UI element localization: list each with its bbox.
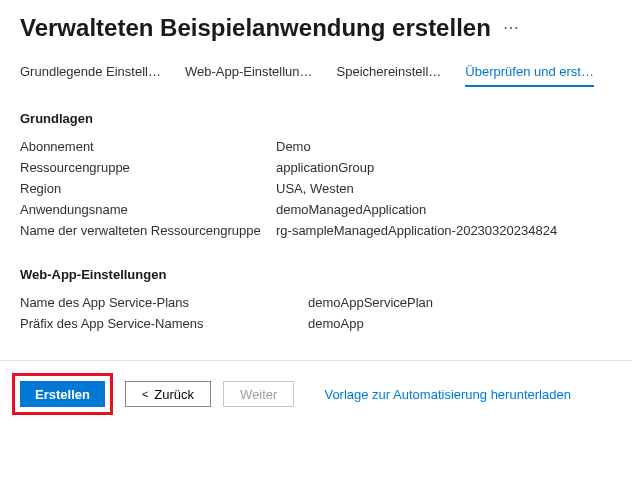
table-row: Präfix des App Service-Namens demoApp <box>20 313 612 334</box>
table-row: Ressourcengruppe applicationGroup <box>20 157 612 178</box>
section-title-webapp: Web-App-Einstellungen <box>20 267 612 282</box>
label-prefix: Präfix des App Service-Namens <box>20 316 308 331</box>
table-row: Name des App Service-Plans demoAppServic… <box>20 292 612 313</box>
create-button[interactable]: Erstellen <box>20 381 105 407</box>
tab-review[interactable]: Überprüfen und erst… <box>465 60 594 87</box>
label-plan: Name des App Service-Plans <box>20 295 308 310</box>
label-managed-rg: Name der verwalteten Ressourcengruppe <box>20 223 276 238</box>
value-resourcegroup: applicationGroup <box>276 160 374 175</box>
label-appname: Anwendungsname <box>20 202 276 217</box>
value-prefix: demoApp <box>308 316 364 331</box>
highlight-box: Erstellen <box>12 373 113 415</box>
chevron-left-icon: < <box>142 388 148 400</box>
label-resourcegroup: Ressourcengruppe <box>20 160 276 175</box>
footer: Erstellen < Zurück Weiter Vorlage zur Au… <box>0 360 632 427</box>
back-button-label: Zurück <box>154 387 194 402</box>
more-icon[interactable]: ⋯ <box>503 20 520 36</box>
template-download-link[interactable]: Vorlage zur Automatisierung herunterlade… <box>324 387 570 402</box>
next-button: Weiter <box>223 381 294 407</box>
value-subscription: Demo <box>276 139 311 154</box>
tab-webapp[interactable]: Web-App-Einstellun… <box>185 60 313 87</box>
table-row: Name der verwalteten Ressourcengruppe rg… <box>20 220 612 241</box>
section-webapp: Web-App-Einstellungen Name des App Servi… <box>20 267 612 334</box>
value-region: USA, Westen <box>276 181 354 196</box>
table-row: Abonnement Demo <box>20 136 612 157</box>
tab-basics[interactable]: Grundlegende Einstell… <box>20 60 161 87</box>
label-subscription: Abonnement <box>20 139 276 154</box>
value-managed-rg: rg-sampleManagedApplication-202303202348… <box>276 223 557 238</box>
back-button[interactable]: < Zurück <box>125 381 211 407</box>
table-row: Region USA, Westen <box>20 178 612 199</box>
section-title-basics: Grundlagen <box>20 111 612 126</box>
label-region: Region <box>20 181 276 196</box>
page-title: Verwalteten Beispielanwendung erstellen <box>20 14 491 42</box>
tab-storage[interactable]: Speichereinstell… <box>337 60 442 87</box>
tabs: Grundlegende Einstell… Web-App-Einstellu… <box>20 60 612 87</box>
value-plan: demoAppServicePlan <box>308 295 433 310</box>
value-appname: demoManagedApplication <box>276 202 426 217</box>
table-row: Anwendungsname demoManagedApplication <box>20 199 612 220</box>
section-basics: Grundlagen Abonnement Demo Ressourcengru… <box>20 111 612 241</box>
